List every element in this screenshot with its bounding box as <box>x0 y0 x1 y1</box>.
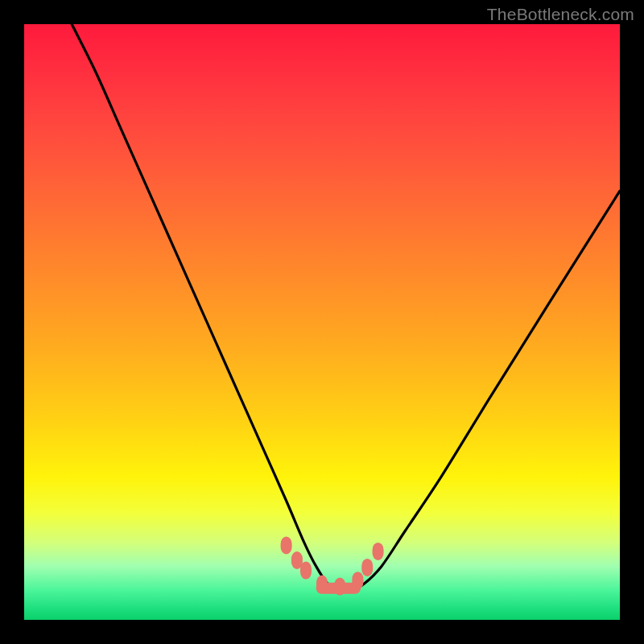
marker-dot <box>300 562 312 580</box>
bottom-pill <box>316 583 361 594</box>
bottom-markers-group <box>281 537 384 596</box>
marker-dot <box>281 537 292 555</box>
plot-area <box>24 24 620 620</box>
marker-dot <box>361 559 373 576</box>
bottleneck-curve <box>72 24 620 591</box>
chart-svg <box>24 24 620 620</box>
chart-frame: TheBottleneck.com <box>0 0 644 644</box>
marker-dot <box>373 543 384 560</box>
watermark-text: TheBottleneck.com <box>487 5 634 24</box>
